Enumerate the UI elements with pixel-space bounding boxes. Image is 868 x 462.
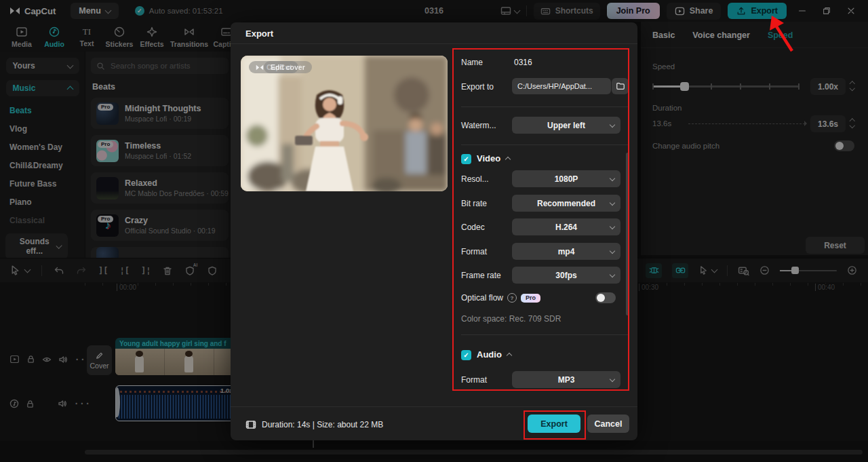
format-label: Format: [461, 247, 487, 256]
audio-format-dropdown[interactable]: MP3: [512, 371, 620, 388]
collapse-icon: [507, 352, 512, 358]
optical-flow-row: Optical flow Pro: [461, 293, 540, 303]
export-to-label: Export to: [461, 82, 494, 92]
film-icon: [245, 419, 256, 430]
optical-flow-toggle[interactable]: [595, 292, 616, 303]
watermark-label: Waterm...: [461, 121, 496, 130]
resolution-dropdown[interactable]: 1080P: [512, 170, 620, 187]
name-label: Name: [461, 58, 483, 67]
folder-icon: [616, 81, 625, 91]
export-summary: Duration: 14s | Size: about 22 MB: [245, 419, 383, 430]
framerate-label: Frame rate: [461, 271, 501, 280]
divider: [231, 406, 637, 407]
info-icon[interactable]: [507, 293, 517, 303]
bitrate-dropdown[interactable]: Recommended: [512, 195, 620, 212]
cancel-button[interactable]: Cancel: [587, 415, 629, 433]
edit-cover-button[interactable]: Edit cover: [264, 61, 312, 73]
chevron-down-icon: [610, 121, 615, 127]
divider: [461, 145, 629, 145]
export-confirm-button[interactable]: Export: [528, 415, 580, 433]
name-value[interactable]: 0316: [514, 58, 532, 67]
codec-label: Codec: [461, 223, 485, 232]
export-dialog: Export: [231, 22, 637, 440]
capcut-logo-icon: [256, 64, 264, 71]
audio-section-header[interactable]: Audio: [477, 349, 511, 360]
dialog-scrollbar[interactable]: [626, 153, 629, 315]
collapse-icon: [505, 156, 511, 161]
preview-image: [241, 56, 448, 191]
bitrate-label: Bit rate: [461, 199, 487, 208]
divider: [461, 107, 629, 107]
format-dropdown[interactable]: mp4: [512, 243, 620, 260]
dialog-title: Export: [245, 28, 273, 39]
export-path-field[interactable]: C:/Users/HP/AppDat...: [512, 78, 611, 94]
audio-checkbox[interactable]: [461, 350, 471, 360]
export-preview: CapCut Edit cover: [241, 56, 448, 191]
resolution-label: Resol...: [461, 174, 489, 184]
pro-badge: Pro: [521, 294, 540, 303]
framerate-dropdown[interactable]: 30fps: [512, 267, 620, 284]
browse-folder-button[interactable]: [612, 78, 629, 94]
color-space-text: Color space: Rec. 709 SDR: [461, 314, 561, 324]
divider: [231, 43, 637, 44]
watermark-dropdown[interactable]: Upper left: [512, 117, 620, 134]
video-checkbox[interactable]: [461, 154, 471, 164]
video-section-header[interactable]: Video: [477, 153, 510, 163]
capcut-window: CapCut Menu Auto saved: 01:53:21 0316 Sh…: [0, 0, 868, 462]
audio-format-label: Format: [461, 375, 487, 385]
codec-dropdown[interactable]: H.264: [512, 218, 620, 235]
divider: [461, 334, 629, 335]
